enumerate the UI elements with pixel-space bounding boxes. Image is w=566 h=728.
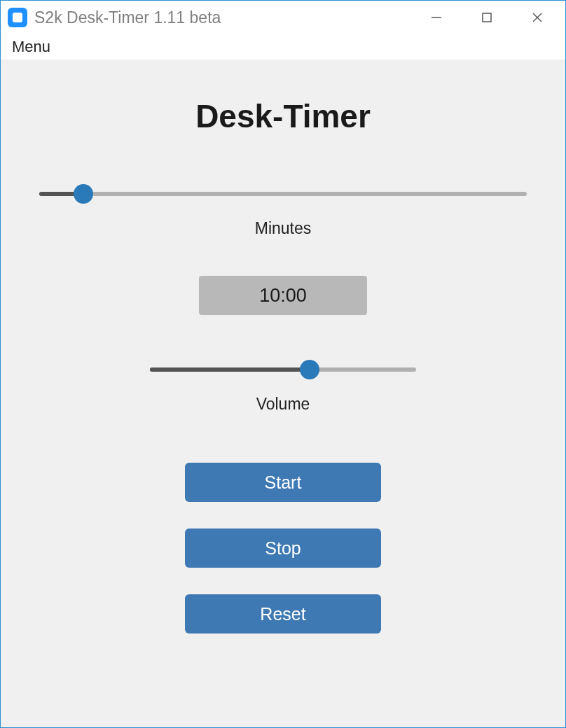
maximize-button[interactable]: [462, 1, 512, 34]
window-controls: [411, 1, 562, 34]
reset-button[interactable]: Reset: [185, 594, 381, 634]
titlebar: S2k Desk-Timer 1.11 beta: [1, 1, 565, 34]
minutes-slider[interactable]: [39, 184, 527, 204]
minutes-label: Minutes: [255, 219, 312, 238]
app-window: S2k Desk-Timer 1.11 beta Menu Desk-Timer…: [0, 0, 566, 728]
page-title: Desk-Timer: [195, 97, 371, 135]
time-display: 10:00: [199, 276, 367, 315]
volume-label: Volume: [256, 395, 310, 414]
stop-button[interactable]: Stop: [185, 528, 381, 568]
action-buttons: Start Stop Reset: [185, 463, 381, 634]
svg-rect-1: [483, 13, 491, 22]
app-icon-inner: [13, 13, 22, 22]
close-icon: [531, 11, 544, 24]
maximize-icon: [481, 11, 493, 24]
volume-slider[interactable]: [150, 360, 416, 379]
minimize-button[interactable]: [411, 1, 462, 34]
minutes-slider-wrap: Minutes: [39, 184, 527, 238]
volume-track-fill: [150, 368, 310, 372]
content-panel: Desk-Timer Minutes 10:00 Volume Start St…: [1, 59, 565, 727]
volume-slider-wrap: Volume: [150, 360, 416, 414]
minimize-icon: [430, 11, 443, 24]
start-button[interactable]: Start: [185, 463, 381, 502]
minutes-track-bg: [39, 192, 527, 196]
close-button[interactable]: [512, 1, 562, 34]
minutes-slider-thumb[interactable]: [74, 184, 93, 204]
volume-slider-thumb[interactable]: [300, 360, 319, 379]
menubar: Menu: [1, 34, 565, 59]
window-title: S2k Desk-Timer 1.11 beta: [34, 8, 411, 27]
app-icon: [8, 8, 27, 27]
menu-dropdown[interactable]: Menu: [8, 35, 55, 59]
